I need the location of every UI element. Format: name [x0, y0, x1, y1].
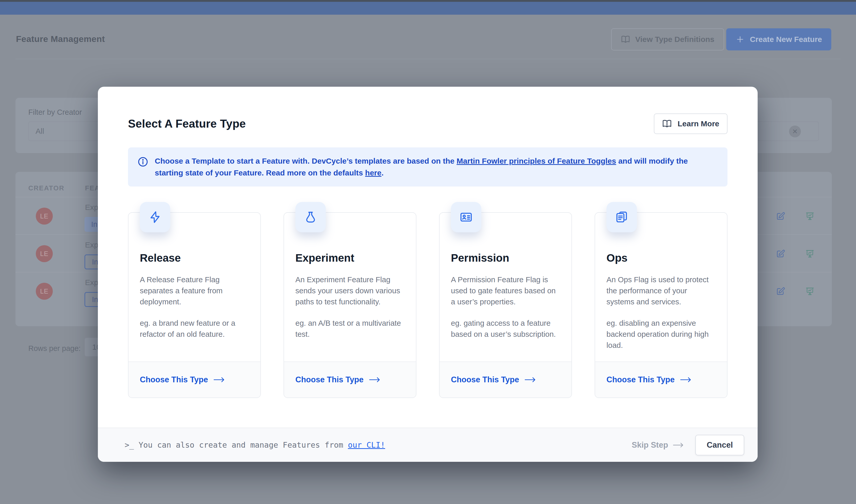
choose-this-type-label: Choose This Type	[295, 375, 364, 384]
card-title: Experiment	[295, 252, 405, 264]
skip-step-link[interactable]: Skip Step	[632, 440, 684, 450]
header-divider	[15, 59, 841, 59]
choose-this-type-label: Choose This Type	[140, 375, 208, 384]
card-title: Ops	[606, 252, 716, 264]
modal-footer-actions: Skip Step Cancel	[632, 435, 744, 455]
card-example: eg. gating access to a feature based on …	[451, 318, 560, 340]
arrow-right-icon	[680, 376, 692, 383]
choose-this-type-link[interactable]: Choose This Type	[140, 375, 225, 384]
choose-this-type-link[interactable]: Choose This Type	[295, 375, 381, 384]
template-info-banner: Choose a Template to start a Feature wit…	[128, 147, 727, 186]
card-footer: Choose This Type	[440, 361, 571, 397]
feature-type-card-permission: Permission A Permission Feature Flag is …	[439, 212, 572, 398]
x-circle-icon[interactable]: ✕	[789, 126, 801, 138]
creator-filter-value: All	[36, 127, 44, 136]
card-footer: Choose This Type	[595, 361, 727, 397]
defaults-here-link[interactable]: here	[365, 168, 381, 177]
cli-hint-text: >_ You can also create and manage Featur…	[125, 440, 348, 449]
card-title: Release	[140, 252, 249, 264]
card-body: Permission A Permission Feature Flag is …	[440, 213, 571, 361]
martin-fowler-link[interactable]: Martin Fowler principles of Feature Togg…	[457, 157, 616, 165]
card-title: Permission	[451, 252, 560, 264]
choose-this-type-link[interactable]: Choose This Type	[451, 375, 536, 384]
page-title: Feature Management	[16, 34, 105, 44]
banner-text-part: .	[381, 168, 383, 177]
book-open-icon	[662, 119, 672, 129]
learn-more-label: Learn More	[678, 119, 719, 128]
edit-icon[interactable]	[776, 211, 785, 221]
arrow-right-icon	[524, 376, 536, 383]
card-example: eg. disabling an expensive backend opera…	[606, 318, 716, 351]
card-description: A Permission Feature Flag is used to gat…	[451, 274, 560, 307]
card-description: An Experiment Feature Flag sends your us…	[295, 274, 405, 307]
choose-this-type-label: Choose This Type	[451, 375, 519, 384]
edit-icon[interactable]	[776, 249, 785, 258]
create-new-feature-button[interactable]: Create New Feature	[726, 28, 831, 50]
feature-type-cards: Release A Release Feature Flag separates…	[128, 212, 727, 398]
choose-this-type-link[interactable]: Choose This Type	[606, 375, 692, 384]
create-new-feature-label: Create New Feature	[750, 35, 822, 44]
id-card-icon	[451, 202, 481, 232]
banner-text-part: Choose a Template to start a Feature wit…	[155, 157, 457, 165]
edit-icon[interactable]	[776, 286, 785, 296]
analytics-board-icon[interactable]	[805, 249, 815, 258]
arrow-right-icon	[369, 376, 381, 383]
card-example: eg. an A/B test or a multivariate test.	[295, 318, 405, 340]
window-top-strip	[0, 0, 856, 2]
modal-footer: >_ You can also create and manage Featur…	[98, 428, 758, 462]
filter-by-creator-label: Filter by Creator	[28, 108, 82, 116]
card-footer: Choose This Type	[129, 361, 260, 397]
choose-this-type-label: Choose This Type	[606, 375, 675, 384]
avatar: LE	[36, 283, 53, 300]
arrow-right-icon	[673, 442, 684, 448]
learn-more-button[interactable]: Learn More	[654, 113, 727, 134]
screen: Feature Management View Type Definitions…	[0, 0, 856, 504]
analytics-board-icon[interactable]	[805, 286, 815, 296]
view-type-definitions-label: View Type Definitions	[635, 35, 714, 44]
feature-type-card-experiment: Experiment An Experiment Feature Flag se…	[284, 212, 416, 398]
modal-title: Select A Feature Type	[128, 117, 246, 130]
arrow-right-icon	[213, 376, 225, 383]
cancel-button[interactable]: Cancel	[695, 435, 744, 455]
view-type-definitions-button[interactable]: View Type Definitions	[611, 28, 724, 50]
analytics-board-icon[interactable]	[805, 211, 815, 221]
card-description: A Release Feature Flag separates a featu…	[140, 274, 249, 307]
rows-per-page-label: Rows per page:	[28, 344, 81, 353]
book-open-icon	[621, 35, 630, 44]
banner-text: Choose a Template to start a Feature wit…	[155, 155, 718, 179]
cli-hint: >_ You can also create and manage Featur…	[125, 440, 385, 449]
avatar: LE	[36, 245, 53, 262]
card-example: eg. a brand new feature or a refactor of…	[140, 318, 249, 340]
feature-type-card-release: Release A Release Feature Flag separates…	[128, 212, 261, 398]
top-navbar	[0, 2, 856, 15]
lightning-icon	[140, 202, 170, 232]
card-body: Release A Release Feature Flag separates…	[129, 213, 260, 361]
select-feature-type-modal: Select A Feature Type Learn More Choose …	[98, 87, 758, 462]
skip-step-label: Skip Step	[632, 440, 668, 450]
column-header-creator: CREATOR	[28, 184, 64, 192]
flask-icon	[295, 202, 326, 232]
copy-docs-icon	[606, 202, 637, 232]
feature-type-card-ops: Ops An Ops Flag is used to protect the p…	[595, 212, 727, 398]
our-cli-link[interactable]: our CLI!	[348, 440, 385, 449]
plus-icon	[735, 35, 745, 44]
card-body: Ops An Ops Flag is used to protect the p…	[595, 213, 727, 361]
card-footer: Choose This Type	[284, 361, 416, 397]
info-circle-icon	[137, 156, 149, 167]
card-body: Experiment An Experiment Feature Flag se…	[284, 213, 416, 361]
avatar: LE	[36, 208, 53, 224]
card-description: An Ops Flag is used to protect the perfo…	[606, 274, 716, 307]
modal-header: Select A Feature Type Learn More	[128, 113, 727, 134]
